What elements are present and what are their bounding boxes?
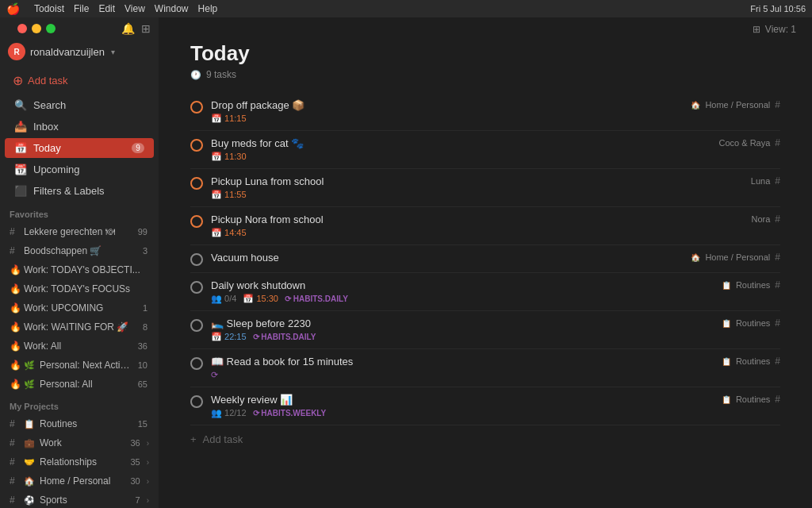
flame-icon: 🔥 [10,302,19,314]
task-checkbox[interactable] [190,101,203,114]
flame-icon: 🔥 [10,283,19,294]
project-item-sports[interactable]: # ⚽ Sports 7 › [0,491,159,508]
menu-edit[interactable]: Edit [98,3,115,14]
menu-view[interactable]: View [124,3,145,14]
flame-icon: 🔥 [10,341,19,352]
menubar-right: Fri 5 Jul 10:56 [750,4,806,13]
favorite-item[interactable]: 🔥 Work: UPCOMING 1 [0,299,159,317]
sidebar-item-inbox[interactable]: 📥 Inbox [5,117,154,137]
task-body: Daily work shutdown 👥 0/4 📅 15:30 ⟳ HABI… [211,279,714,304]
project-count: 3 [143,246,147,256]
menu-file[interactable]: File [74,3,89,14]
task-checkbox[interactable] [190,319,203,332]
user-row[interactable]: R ronaldvanzuijlen ▾ [0,40,159,67]
app-container: 🔔 ⊞ R ronaldvanzuijlen ▾ ⊕ Add task 🔍 Se… [0,17,812,508]
favorite-item[interactable]: 🔥 🌿 Personal: Next Actions 10 [0,356,159,374]
page-title: Today [190,41,780,66]
close-button[interactable] [17,24,27,33]
task-time: 📅 11:55 [211,190,247,200]
task-right: 🏠 Home / Personal # [691,99,780,110]
sidebar-item-upcoming[interactable]: 📆 Upcoming [5,160,154,179]
project-flag-icon: 📋 [722,319,731,328]
hash-icon: # [10,495,19,506]
maximize-button[interactable] [46,24,56,33]
view-toggle[interactable]: ⊞ View: 1 [753,24,796,35]
favorite-item[interactable]: 🔥 Work: WAITING FOR 🚀 8 [0,318,159,336]
task-checkbox[interactable] [190,253,203,266]
sidebar-item-today[interactable]: 📅 Today 9 [5,138,154,158]
task-title: Pickup Luna from school [211,175,743,187]
task-right: 📋 Routines # [722,394,780,405]
table-row: 🛌 Sleep before 2230 📅 22:15 ⟳ HABITS.DAI… [190,311,780,349]
hash-icon[interactable]: # [775,137,780,148]
task-checkbox[interactable] [190,357,203,370]
task-time: 📅 14:45 [211,228,247,238]
project-count: 10 [138,360,147,370]
task-project: Home / Personal [705,252,770,262]
flame-icon: 🔥 [10,360,19,371]
project-item-relationships[interactable]: # 🤝 Relationships 35 › [0,453,159,471]
task-checkbox[interactable] [190,177,203,190]
menu-window[interactable]: Window [155,3,189,14]
project-name: Boodschappen 🛒 [24,245,138,256]
sidebar-item-label: Filters & Labels [33,185,105,197]
task-body: 📖 Read a book for 15 minutes ⟳ [211,356,714,380]
sidebar: 🔔 ⊞ R ronaldvanzuijlen ▾ ⊕ Add task 🔍 Se… [0,17,159,508]
menubar: 🍎 Todoist File Edit View Window Help Fri… [0,0,812,17]
table-row: Drop off package 📦 📅 11:15 🏠 Home / Pers… [190,93,780,131]
table-row: Pickup Luna from school 📅 11:55 Luna # [190,169,780,207]
hash-icon[interactable]: # [775,214,780,225]
task-checkbox[interactable] [190,395,203,408]
project-item-work[interactable]: # 💼 Work 36 › [0,434,159,452]
add-task-button[interactable]: ⊕ Add task [5,68,154,93]
task-time: 📅 15:30 [243,294,278,304]
hash-icon: # [10,475,19,487]
minimize-button[interactable] [32,24,41,33]
hash-icon: # [10,226,19,237]
sidebar-item-label: Inbox [33,121,59,133]
hash-icon[interactable]: # [775,175,780,187]
task-title: Pickup Nora from school [211,214,743,225]
task-checkbox[interactable] [190,139,203,152]
favorite-item[interactable]: 🔥 Work: TODAY's FOCUSs [0,280,159,298]
favorite-item[interactable]: 🔥 Work: All 36 [0,337,159,355]
sidebar-item-label: Upcoming [33,164,80,175]
sidebar-item-filters[interactable]: ⬛ Filters & Labels [5,181,154,201]
flame-icon: 🔥 [10,379,19,390]
hash-icon[interactable]: # [775,252,780,263]
hash-icon[interactable]: # [775,279,780,291]
favorite-item[interactable]: 🔥 Work: TODAY's OBJECTI... [0,261,159,279]
hash-icon[interactable]: # [775,394,780,405]
bell-icon[interactable]: 🔔 [121,22,135,35]
favorite-item[interactable]: 🔥 🌿 Personal: All 65 [0,375,159,393]
view-icon: ⊞ [753,24,760,35]
apple-icon[interactable]: 🍎 [6,2,20,15]
task-title: Vacuum house [211,252,683,264]
favorite-item[interactable]: # Boodschappen 🛒 3 [0,242,159,260]
task-project: Routines [736,318,770,328]
task-project: Coco & Raya [719,138,771,148]
hash-icon[interactable]: # [775,318,780,329]
task-list: Drop off package 📦 📅 11:15 🏠 Home / Pers… [190,93,780,453]
task-checkbox[interactable] [190,215,203,228]
sidebar-item-label: Search [33,99,66,111]
sidebar-item-search[interactable]: 🔍 Search [5,95,154,115]
project-item-home[interactable]: # 🏠 Home / Personal 30 › [0,472,159,490]
add-task-label: Add task [203,433,243,445]
project-flag-icon: 📋 [722,281,731,290]
task-meta: 📅 11:15 [211,114,683,124]
main-content: ⊞ View: 1 Today 🕐 9 tasks Drop off packa… [159,17,812,508]
project-name: Work: TODAY's OBJECTI... [24,264,149,275]
add-task-row[interactable]: + Add task [190,425,780,453]
search-icon: 🔍 [14,99,27,111]
favorite-item[interactable]: # Lekkere gerechten 🍽 99 [0,223,159,241]
task-time: 📅 22:15 [211,332,247,342]
project-item-routines[interactable]: # 📋 Routines 15 [0,415,159,433]
project-emoji: 🏠 [24,476,35,487]
task-checkbox[interactable] [190,281,203,294]
hash-icon[interactable]: # [775,99,780,110]
layout-icon[interactable]: ⊞ [141,22,151,35]
hash-icon[interactable]: # [775,356,780,367]
project-name: Relationships [40,456,125,468]
menu-help[interactable]: Help [198,3,218,14]
